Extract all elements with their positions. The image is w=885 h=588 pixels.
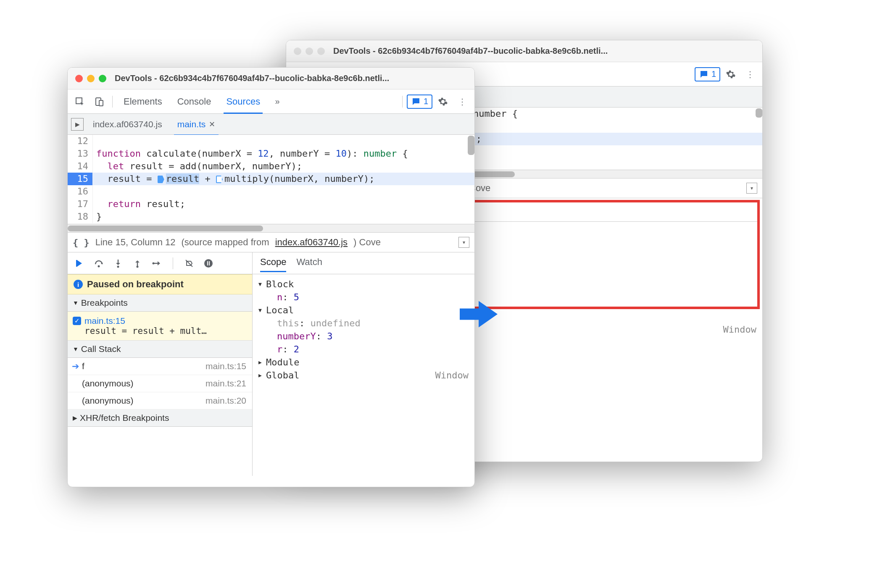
scope-module[interactable]: ▶Module: [258, 356, 469, 369]
breakpoint-row[interactable]: ✓ main.ts:15 result = result + mult…: [68, 312, 252, 341]
window-dot: [306, 47, 313, 55]
call-marker-icon: [216, 176, 223, 183]
kebab-icon[interactable]: ⋮: [741, 66, 759, 83]
tab-console[interactable]: Console: [171, 89, 218, 113]
show-navigator-icon[interactable]: ▶: [71, 118, 84, 131]
coverage-dropdown-icon[interactable]: ▾: [458, 237, 469, 248]
step-icon[interactable]: [151, 257, 163, 269]
tab-sources[interactable]: Sources: [219, 89, 267, 113]
devtools-window-before: DevTools - 62c6b934c4b7f676049af4b7--buc…: [67, 67, 475, 487]
scrollbar-thumb[interactable]: [68, 226, 263, 231]
message-icon: [699, 69, 709, 79]
checkbox-icon[interactable]: ✓: [73, 317, 81, 325]
titlebar: DevTools - 62c6b934c4b7f676049af4b7--buc…: [68, 68, 474, 89]
step-into-icon[interactable]: [112, 257, 124, 269]
svg-rect-6: [76, 260, 77, 267]
tab-elements[interactable]: Elements: [117, 89, 169, 113]
current-frame-icon: ➔: [72, 361, 79, 371]
titlebar: DevTools - 62c6b934c4b7f676049af4b7--buc…: [286, 40, 762, 62]
stack-row[interactable]: (anonymous)main.ts:21: [68, 375, 252, 392]
scope-pane: ▼Block n: 5 ▼Local this: undefined numbe…: [253, 274, 474, 476]
window-dot: [294, 47, 301, 55]
annotation-arrow-icon: [460, 297, 498, 331]
step-out-icon[interactable]: [132, 257, 143, 269]
scope-tabs: Scope Watch: [253, 252, 474, 272]
scrollbar-thumb[interactable]: [756, 108, 762, 118]
sourcemap-link[interactable]: index.af063740.js: [275, 237, 348, 248]
h-scrollbar[interactable]: [68, 224, 474, 232]
pause-exc-icon[interactable]: [203, 257, 214, 269]
svg-rect-12: [207, 261, 208, 265]
debug-toolbar: [68, 252, 253, 274]
device-icon[interactable]: [90, 93, 108, 110]
zoom-window-icon[interactable]: [99, 75, 106, 82]
deactivate-bp-icon[interactable]: [183, 257, 195, 269]
resume-icon[interactable]: [74, 257, 85, 269]
inspect-icon[interactable]: [71, 93, 89, 110]
stack-row[interactable]: ➔fmain.ts:15: [68, 358, 252, 375]
svg-point-10: [153, 262, 155, 265]
window-title: DevTools - 62c6b934c4b7f676049af4b7--buc…: [115, 74, 389, 83]
close-window-icon[interactable]: [75, 75, 83, 82]
breakpoints-section[interactable]: ▼Breakpoints: [68, 294, 252, 312]
file-tab-js[interactable]: index.af063740.js: [87, 117, 168, 132]
editor-status: { } Line 15, Column 12 (source mapped fr…: [68, 232, 474, 252]
svg-point-9: [137, 266, 139, 268]
debugger-leftpane: i Paused on breakpoint ▼Breakpoints ✓ ma…: [68, 274, 253, 476]
scope-block[interactable]: ▼Block: [258, 278, 469, 291]
callstack-section[interactable]: ▼Call Stack: [68, 341, 252, 358]
tab-scope[interactable]: Scope: [260, 252, 286, 272]
message-icon: [411, 97, 421, 107]
svg-rect-13: [209, 261, 210, 265]
scope-local[interactable]: ▼Local: [258, 304, 469, 317]
issues-badge[interactable]: 1: [695, 67, 720, 81]
paused-banner: i Paused on breakpoint: [68, 274, 252, 294]
breakpoint-gutter[interactable]: 15: [68, 173, 93, 185]
scope-var[interactable]: r: 2: [258, 343, 469, 356]
svg-rect-5: [99, 100, 103, 106]
coverage-dropdown-icon[interactable]: ▾: [746, 183, 757, 194]
exec-marker-icon: [158, 176, 164, 183]
info-icon: i: [74, 280, 83, 289]
svg-point-8: [117, 266, 119, 268]
stack-row[interactable]: (anonymous)main.ts:20: [68, 392, 252, 410]
scope-global[interactable]: ▶GlobalWindow: [258, 369, 469, 382]
settings-icon[interactable]: [722, 66, 740, 83]
scope-var[interactable]: n: 5: [258, 291, 469, 304]
more-tabs-icon[interactable]: »: [269, 93, 286, 110]
source-editor[interactable]: 12 13function calculate(numberX = 12, nu…: [68, 135, 474, 224]
issues-badge[interactable]: 1: [407, 94, 432, 109]
step-over-icon[interactable]: [93, 257, 105, 269]
scope-var[interactable]: this: undefined: [258, 317, 469, 330]
tab-watch[interactable]: Watch: [296, 252, 322, 272]
scope-var[interactable]: numberY: 3: [258, 330, 469, 343]
scrollbar-thumb[interactable]: [468, 136, 474, 155]
settings-icon[interactable]: [434, 93, 452, 110]
main-tabs: Elements Console Sources » 1 ⋮: [68, 89, 474, 114]
kebab-icon[interactable]: ⋮: [453, 93, 471, 110]
window-title: DevTools - 62c6b934c4b7f676049af4b7--buc…: [333, 46, 608, 56]
svg-point-7: [98, 265, 100, 268]
window-dot: [317, 47, 325, 55]
svg-point-11: [204, 259, 213, 268]
minimize-window-icon[interactable]: [87, 75, 95, 82]
file-tabs: ▶ index.af063740.js main.ts ✕: [68, 114, 474, 135]
file-tab-ts[interactable]: main.ts ✕: [171, 117, 221, 132]
xhr-section[interactable]: ▶XHR/fetch Breakpoints: [68, 410, 252, 427]
close-icon[interactable]: ✕: [209, 120, 215, 129]
